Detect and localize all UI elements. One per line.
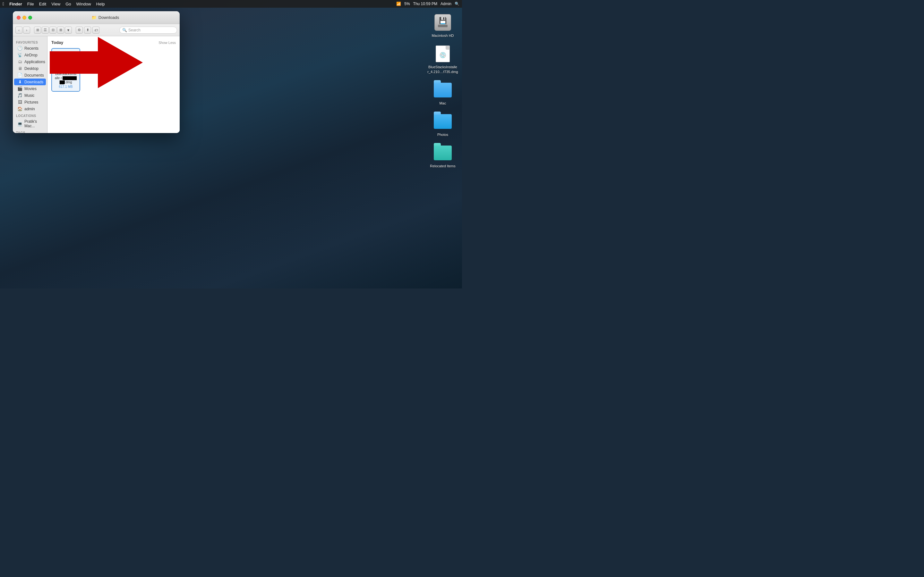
window-title: Downloads	[99, 15, 119, 20]
list-view-button[interactable]: ☰	[42, 27, 49, 34]
minimize-button[interactable]	[23, 16, 26, 19]
documents-icon: 📄	[17, 73, 23, 77]
sidebar-item-airdrop[interactable]: 📡 AirDrop	[14, 52, 46, 58]
desktop-icon-photos[interactable]: Photos	[430, 112, 456, 137]
sidebar-label-airdrop: AirDrop	[24, 53, 37, 57]
view-buttons: ⊞ ☰ ⊟ ⊞ ▼	[34, 27, 72, 34]
back-button[interactable]: ‹	[15, 27, 23, 34]
sidebar-item-downloads[interactable]: ⬇ Downloads	[14, 79, 46, 85]
hd-icon-label: Macintosh HD	[431, 33, 454, 38]
desktop-icon-sidebar: 🖥	[17, 66, 23, 71]
sidebar-label-documents: Documents	[24, 73, 44, 77]
desktop-icon-mac[interactable]: Mac	[430, 81, 456, 105]
sidebar-item-desktop[interactable]: 🖥 Desktop	[14, 65, 46, 72]
applications-icon: 🗂	[17, 59, 23, 64]
sidebar-item-music[interactable]: 🎵 Music	[14, 92, 46, 99]
menubar-view[interactable]: View	[51, 2, 60, 6]
apple-menu[interactable]: 	[3, 1, 4, 6]
action-button[interactable]: ⚙	[76, 27, 83, 34]
sidebar-label-recents: Recents	[24, 46, 39, 51]
finder-title: 📁 Downloads	[35, 15, 176, 20]
forward-button[interactable]: ›	[23, 27, 30, 34]
sidebar-label-movies: Movies	[24, 87, 37, 91]
menubar-window[interactable]: Window	[76, 2, 91, 6]
share-button[interactable]: ⬆	[84, 27, 91, 34]
relocated-items-folder-icon	[433, 143, 452, 163]
dmg-icon-label: BlueStacksInstalle r_4.210....f735.dmg	[427, 65, 458, 74]
menubar-battery: 5%	[404, 2, 410, 6]
icon-view-button[interactable]: ⊞	[34, 27, 41, 34]
finder-sidebar: Favourites 🕐 Recents 📡 AirDrop 🗂 Applica…	[13, 36, 47, 133]
close-button[interactable]	[17, 16, 21, 19]
music-icon: 🎵	[17, 93, 23, 98]
show-less-button[interactable]: Show Less	[158, 41, 176, 45]
computer-icon: 💻	[17, 121, 23, 126]
sidebar-label-admin: admin	[24, 107, 35, 111]
red-arrow	[50, 37, 143, 89]
photos-folder-label: Photos	[437, 132, 448, 137]
sidebar-label-pictures: Pictures	[24, 100, 38, 105]
locations-header: Locations	[13, 112, 47, 118]
sidebar-label-downloads: Downloads	[24, 80, 43, 84]
gallery-view-button[interactable]: ⊞	[57, 27, 64, 34]
pictures-icon: 🖼	[17, 100, 23, 105]
sidebar-label-pratiksmac: Pratik's Mac...	[24, 119, 43, 128]
menubar-go[interactable]: Go	[65, 2, 71, 6]
menubar-finder[interactable]: Finder	[9, 2, 22, 6]
desktop-icon-relocated-items[interactable]: Relocated Items	[430, 143, 456, 168]
menubar-user: Admin	[441, 2, 451, 6]
sidebar-label-desktop: Desktop	[24, 66, 39, 71]
view-options-button[interactable]: ▼	[65, 27, 72, 34]
traffic-lights	[17, 16, 32, 19]
finder-titlebar: 📁 Downloads	[13, 11, 180, 24]
menubar-file[interactable]: File	[27, 2, 34, 6]
admin-icon: 🏠	[17, 106, 23, 111]
menubar-search-icon[interactable]: 🔍	[455, 2, 459, 6]
sidebar-item-pratiksmac[interactable]: 💻 Pratik's Mac...	[14, 118, 46, 129]
sidebar-item-recents[interactable]: 🕐 Recents	[14, 45, 46, 52]
photos-folder-icon	[433, 112, 452, 131]
search-placeholder: Search	[128, 28, 141, 32]
maximize-button[interactable]	[28, 16, 32, 19]
desktop-icon-macintosh-hd[interactable]: 💾 Macintosh HD	[430, 13, 456, 38]
relocated-items-label: Relocated Items	[430, 164, 455, 168]
sidebar-label-music: Music	[24, 93, 34, 98]
menubar-wifi-icon: 📶	[396, 2, 401, 6]
mac-folder-icon	[433, 81, 452, 100]
folder-icon: 📁	[91, 15, 97, 20]
sidebar-item-documents[interactable]: 📄 Documents	[14, 72, 46, 79]
favourites-header: Favourites	[13, 39, 47, 45]
sidebar-item-admin[interactable]: 🏠 admin	[14, 105, 46, 112]
column-view-button[interactable]: ⊟	[49, 27, 57, 34]
desktop-icon-dmg[interactable]: 💿 BlueStacksInstalle r_4.210....f735.dmg	[430, 44, 456, 74]
recents-icon: 🕐	[17, 46, 23, 51]
menubar:  Finder File Edit View Go Window Help 📶…	[0, 0, 462, 8]
sidebar-label-applications: Applications	[24, 60, 45, 64]
search-icon: 🔍	[122, 28, 127, 32]
finder-toolbar: ‹ › ⊞ ☰ ⊟ ⊞ ▼ ⚙ ⬆ 🏷 🔍 Search	[13, 24, 180, 36]
menubar-help[interactable]: Help	[96, 2, 105, 6]
downloads-icon: ⬇	[17, 79, 23, 84]
movies-icon: 🎬	[17, 86, 23, 91]
menubar-edit[interactable]: Edit	[39, 2, 46, 6]
sidebar-item-applications[interactable]: 🗂 Applications	[14, 58, 46, 65]
sidebar-item-movies[interactable]: 🎬 Movies	[14, 85, 46, 92]
mac-folder-label: Mac	[439, 101, 446, 105]
hd-icon: 💾	[433, 13, 452, 32]
desktop:  Finder File Edit View Go Window Help 📶…	[0, 0, 462, 288]
nav-buttons: ‹ ›	[15, 27, 30, 34]
search-box[interactable]: 🔍 Search	[120, 27, 177, 34]
desktop-icons-container: 💾 Macintosh HD 💿 BlueStacksInstalle r_4.…	[430, 13, 456, 169]
svg-marker-0	[50, 37, 143, 88]
dmg-icon: 💿	[433, 44, 452, 63]
tag-button[interactable]: 🏷	[92, 27, 99, 34]
tags-header: Tags	[13, 129, 47, 133]
airdrop-icon: 📡	[17, 53, 23, 57]
menubar-datetime: Thu 10:59 PM	[413, 2, 437, 6]
sidebar-item-pictures[interactable]: 🖼 Pictures	[14, 99, 46, 105]
